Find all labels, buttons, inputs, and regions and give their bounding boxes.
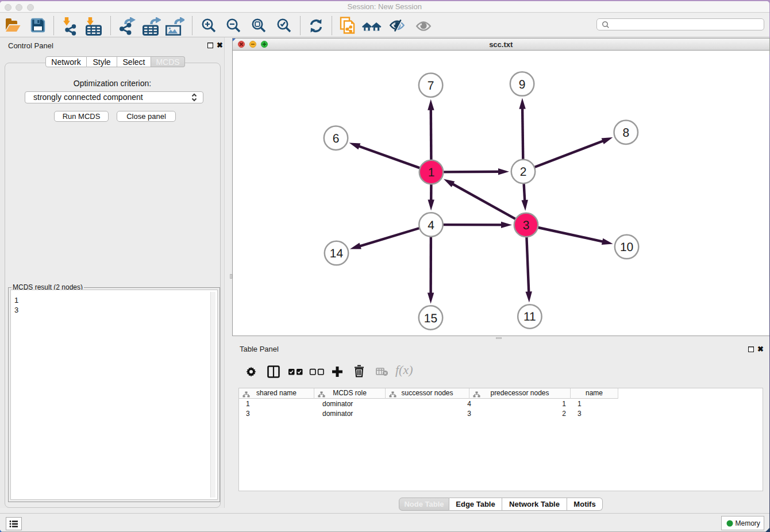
svg-text:11: 11 [523, 310, 536, 323]
svg-text:6: 6 [333, 132, 340, 145]
svg-text:9: 9 [519, 78, 526, 91]
svg-text:4: 4 [428, 218, 434, 232]
svg-text:15: 15 [424, 311, 437, 325]
svg-text:3: 3 [523, 219, 530, 232]
svg-text:7: 7 [428, 79, 434, 92]
svg-text:2: 2 [520, 165, 527, 179]
svg-text:14: 14 [330, 247, 344, 260]
svg-text:8: 8 [622, 126, 629, 139]
svg-text:10: 10 [620, 241, 633, 254]
svg-text:1: 1 [428, 166, 435, 179]
